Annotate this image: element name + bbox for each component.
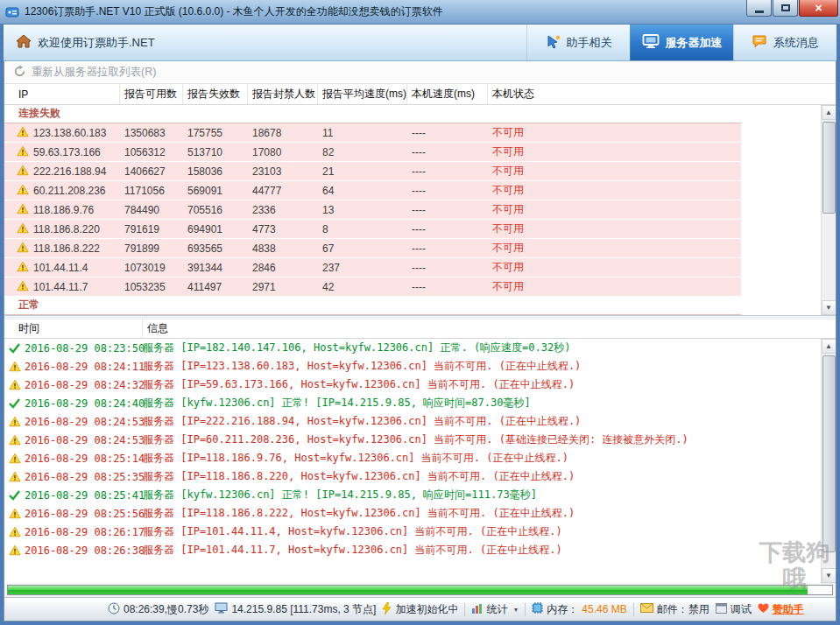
log-row[interactable]: 2016-08-29 08:25:35 服务器 [IP=118.186.8.22… — [4, 467, 821, 486]
log-message: 服务器 [IP=60.211.208.236, Host=kyfw.12306.… — [143, 432, 821, 447]
tab-server-accel[interactable]: 服务器加速 — [630, 25, 733, 60]
reported-ban-count: 17080 — [248, 146, 318, 158]
avg-speed: 42 — [318, 281, 407, 293]
table-row[interactable]: 123.138.60.183 1350683 175755 18678 11 -… — [4, 123, 741, 143]
column-header-info[interactable]: 信息 — [143, 320, 836, 338]
server-scrollbar[interactable]: ▲ ▼ — [821, 105, 836, 315]
heart-icon — [758, 603, 769, 616]
log-row[interactable]: 2016-08-29 08:24:11 服务器 [IP=123.138.60.1… — [4, 357, 821, 376]
welcome-text: 欢迎使用订票助手.NET — [38, 35, 155, 51]
log-row[interactable]: 2016-08-29 08:25:14 服务器 [IP=118.186.9.76… — [4, 449, 821, 467]
local-status: 不可用 — [488, 144, 741, 159]
avg-speed: 11 — [318, 127, 407, 139]
scroll-down-icon[interactable]: ▼ — [822, 568, 836, 583]
server-ip: 101.44.11.4 — [33, 262, 88, 274]
refresh-list-button[interactable]: 重新从服务器拉取列表(R) — [32, 65, 156, 80]
progress-fill — [8, 586, 808, 594]
toolbar: 重新从服务器拉取列表(R) — [4, 61, 836, 84]
status-time-text: 08:26:39,慢0.73秒 — [124, 602, 208, 617]
scroll-up-icon[interactable]: ▲ — [822, 339, 836, 354]
table-row[interactable]: 60.211.208.236 1171056 569091 44777 64 -… — [4, 181, 741, 200]
warning-icon — [9, 544, 21, 556]
column-header-avg-speed[interactable]: 报告平均速度(ms) — [318, 84, 407, 104]
tab-assistant[interactable]: 助手相关 — [526, 25, 630, 60]
server-ip: 118.186.8.222 — [33, 242, 100, 255]
warning-icon — [9, 379, 21, 390]
reported-ok-count: 1350683 — [120, 127, 183, 139]
minimize-button[interactable] — [746, 0, 772, 17]
warning-icon — [17, 126, 29, 140]
warning-icon — [17, 261, 29, 275]
log-time: 2016-08-29 08:24:40 — [25, 397, 145, 410]
column-header-reported-fail[interactable]: 报告失效数 — [183, 84, 248, 104]
log-scroll-thumb[interactable] — [822, 355, 836, 552]
log-time: 2016-08-29 08:25:41 — [25, 489, 145, 502]
server-ip: 118.186.8.220 — [33, 223, 100, 235]
reported-ok-count: 1406627 — [120, 165, 183, 178]
server-scroll-track[interactable] — [822, 120, 836, 300]
warning-icon — [9, 361, 21, 372]
tab-system-messages[interactable]: 系统消息 — [733, 25, 836, 60]
local-status: 不可用 — [488, 183, 741, 198]
scroll-up-icon[interactable]: ▲ — [822, 105, 836, 120]
reported-ok-count: 1171056 — [120, 185, 183, 197]
reported-ok-count: 791899 — [120, 242, 183, 255]
reported-ban-count: 23103 — [248, 165, 318, 178]
memory-chip-icon — [532, 602, 543, 616]
log-row[interactable]: 2016-08-29 08:25:56 服务器 [IP=118.186.8.22… — [4, 504, 821, 523]
column-header-time[interactable]: 时间 — [4, 320, 143, 338]
reported-ban-count: 44777 — [248, 185, 318, 197]
log-row[interactable]: 2016-08-29 08:24:53 服务器 [IP=60.211.208.2… — [4, 431, 821, 449]
server-table-header: IP 报告可用数 报告失效数 报告封禁人数 报告平均速度(ms) 本机速度(ms… — [4, 84, 836, 105]
column-header-local-speed[interactable]: 本机速度(ms) — [407, 84, 488, 104]
log-row[interactable]: 2016-08-29 08:23:50 服务器 [IP=182.140.147.… — [4, 339, 821, 357]
monitor-icon — [215, 602, 228, 616]
table-row[interactable]: 101.44.11.4 1073019 391344 2846 237 ----… — [4, 258, 741, 277]
log-row[interactable]: 2016-08-29 08:26:38 服务器 [IP=101.44.11.7,… — [4, 541, 821, 559]
server-scroll-thumb[interactable] — [822, 122, 836, 214]
table-row[interactable]: 222.216.188.94 1406627 158036 23103 21 -… — [4, 162, 741, 181]
server-ip: 123.138.60.183 — [33, 127, 106, 139]
table-row[interactable]: 101.44.11.7 1053235 411497 2971 42 ---- … — [4, 277, 741, 297]
log-row[interactable]: 2016-08-29 08:25:41 服务器 [kyfw.12306.cn] … — [4, 486, 821, 504]
close-button[interactable]: × — [799, 0, 838, 17]
debug-button[interactable]: 调试 — [716, 602, 752, 617]
local-status: 不可用 — [488, 279, 741, 294]
table-row[interactable]: 59.63.173.166 1056312 513710 17080 82 --… — [4, 143, 741, 162]
log-scroll-track[interactable] — [822, 354, 836, 568]
column-header-reported-ok[interactable]: 报告可用数 — [120, 84, 183, 104]
column-header-ip[interactable]: IP — [4, 84, 120, 104]
scroll-down-icon[interactable]: ▼ — [822, 300, 836, 315]
warning-icon — [9, 416, 21, 427]
table-row[interactable]: 118.186.9.76 784490 705516 2336 13 ---- … — [4, 200, 741, 220]
stats-menu-button[interactable]: 统计 ▼ — [471, 602, 519, 617]
column-header-local-status[interactable]: 本机状态 — [488, 84, 836, 104]
local-speed: ---- — [407, 281, 488, 293]
avg-speed: 237 — [318, 262, 407, 274]
table-row[interactable]: 118.186.8.220 791619 694901 4773 8 ---- … — [4, 220, 741, 239]
local-speed: ---- — [407, 242, 488, 255]
mail-status-toggle[interactable]: 邮件：禁用 — [640, 602, 709, 617]
sponsor-link[interactable]: 赞助手 — [758, 602, 804, 617]
message-bubble-icon — [752, 34, 767, 51]
maximize-button[interactable] — [773, 0, 798, 17]
local-speed: ---- — [407, 204, 488, 216]
main-frame: 重新从服务器拉取列表(R) IP 报告可用数 报告失效数 报告封禁人数 报告平均… — [4, 61, 836, 621]
avg-speed: 67 — [318, 242, 407, 255]
assistant-icon — [546, 34, 561, 52]
log-row[interactable]: 2016-08-29 08:24:53 服务器 [IP=222.216.188.… — [4, 412, 821, 431]
table-row[interactable]: 118.186.8.222 791899 693565 4838 67 ----… — [4, 239, 741, 258]
log-row[interactable]: 2016-08-29 08:24:40 服务器 [kyfw.12306.cn] … — [4, 394, 821, 412]
log-scrollbar[interactable]: ▲ ▼ — [821, 339, 836, 583]
log-message: 服务器 [IP=101.44.11.4, Host=kyfw.12306.cn]… — [143, 524, 821, 539]
reported-fail-count: 175755 — [183, 127, 248, 139]
log-message: 服务器 [IP=118.186.9.76, Host=kyfw.12306.cn… — [143, 451, 821, 466]
reported-fail-count: 705516 — [183, 204, 248, 216]
log-time: 2016-08-29 08:25:35 — [25, 471, 145, 483]
log-row[interactable]: 2016-08-29 08:24:32 服务器 [IP=59.63.173.16… — [4, 376, 821, 394]
log-time: 2016-08-29 08:24:53 — [25, 416, 145, 428]
column-header-reported-ban[interactable]: 报告封禁人数 — [248, 84, 318, 104]
status-server-text: 14.215.9.85 [111.73ms, 3 节点] — [231, 602, 376, 617]
log-time: 2016-08-29 08:25:56 — [25, 508, 145, 520]
log-row[interactable]: 2016-08-29 08:26:17 服务器 [IP=101.44.11.4,… — [4, 523, 821, 541]
